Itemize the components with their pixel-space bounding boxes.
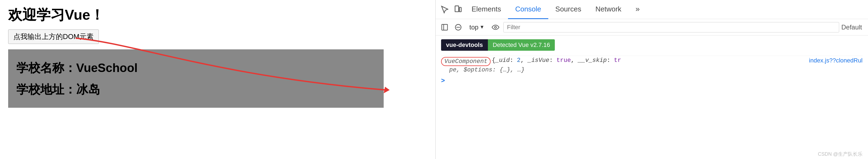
tab-elements[interactable]: Elements [464, 0, 508, 19]
console-content: vue-devtools Detected Vue v2.7.16 VueCom… [436, 35, 868, 159]
svg-rect-1 [455, 6, 459, 11]
school-name-label: 学校名称： [16, 61, 76, 75]
eye-icon[interactable] [490, 22, 501, 33]
tab-more[interactable]: » [628, 0, 647, 19]
svg-rect-2 [459, 7, 461, 12]
svg-point-7 [495, 26, 497, 28]
school-name-row: 学校名称：VueSchool [16, 57, 375, 79]
vue-component-label: VueComponent [441, 57, 491, 66]
console-filter-input[interactable] [503, 22, 839, 32]
school-info-block: 学校名称：VueSchool 学校地址：冰岛 [8, 49, 384, 108]
console-toolbar: top ▼ Default [436, 19, 868, 35]
page-title: 欢迎学习Vue！ [8, 5, 427, 25]
context-selector[interactable]: top ▼ [466, 22, 488, 32]
school-addr-row: 学校地址：冰岛 [16, 79, 375, 100]
svg-marker-0 [384, 87, 390, 93]
vue-devtools-badge: vue-devtools [441, 39, 488, 51]
school-addr-value: 冰岛 [76, 83, 100, 96]
sidebar-toggle-icon[interactable] [439, 22, 450, 33]
detected-vue-badge: Detected Vue v2.7.16 [488, 39, 555, 51]
clear-console-icon[interactable] [453, 22, 464, 33]
default-levels-label: Default [841, 23, 865, 31]
log-props-line1: {_uid: 2, _isVue: true, __v_skip: tr [492, 57, 621, 64]
vue-badge-row: vue-devtools Detected Vue v2.7.16 [441, 39, 863, 51]
inspect-element-icon[interactable] [438, 3, 452, 16]
csdn-watermark: CSDN @生产队长乐 [818, 151, 863, 157]
tab-console[interactable]: Console [508, 0, 548, 19]
log-source-link[interactable]: index.js??clonedRul [775, 57, 863, 64]
tab-sources[interactable]: Sources [548, 0, 588, 19]
console-prompt[interactable]: > [441, 75, 863, 84]
svg-rect-3 [442, 24, 447, 30]
tab-network[interactable]: Network [588, 0, 628, 19]
school-addr-label: 学校地址： [16, 83, 76, 96]
devtools-tabs: Elements Console Sources Network » [464, 0, 865, 19]
chevron-down-icon: ▼ [479, 24, 484, 30]
devtools-tabbar: Elements Console Sources Network » [436, 0, 868, 19]
school-name-value: VueSchool [76, 61, 138, 75]
devtools-panel: Elements Console Sources Network » [435, 0, 868, 159]
left-panel: 欢迎学习Vue！ 点我输出上方的DOM元素 学校名称：VueSchool 学校地… [0, 0, 435, 159]
console-log-entry: VueComponent {_uid: 2, _isVue: true, __v… [441, 56, 863, 75]
dom-output-button[interactable]: 点我输出上方的DOM元素 [8, 29, 99, 44]
device-toolbar-icon[interactable] [452, 3, 464, 16]
log-props-line2: pe, $options: {…}, …} [441, 67, 775, 73]
